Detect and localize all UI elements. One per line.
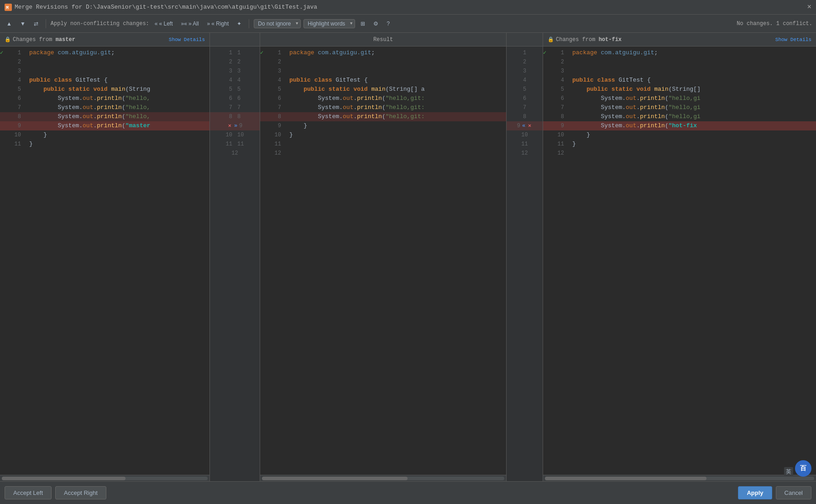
cancel-button[interactable]: Cancel [776,486,811,499]
gutter-num-left-2: 2 [229,57,232,67]
left-panel: 🔒 Changes from master Show Details ✓ 1 p… [0,33,210,481]
center-linenum-1: 1 [267,48,286,57]
left-line-9: 9 System.out.println("master [0,121,209,130]
gutter-num-left-10: 10 [225,130,232,140]
right-gutter-num-7: 7 [523,103,526,112]
left-linecontent-7: System.out.println("hello, [26,103,209,112]
left-linecontent-11: } [26,140,209,149]
highlight-dropdown[interactable]: Highlight words [303,19,355,28]
center-line-5: 5 public static void main(String[] a [260,85,506,94]
ignore-dropdown-wrapper[interactable]: Do not ignore [254,19,301,28]
right-code-lines: ✓ 1 package com.atguigu.git; 2 3 [543,47,816,160]
gutter-num-left-6: 6 [229,94,232,103]
right-gutter-lines: 1 2 3 4 5 6 7 8 9 « ✕ 10 11 12 [507,47,543,160]
baidu-icon-label: 百 [800,464,806,473]
gutter-line-9: ✕ » 9 [210,121,260,130]
accept-right-button[interactable]: Accept Right [55,486,106,499]
right-gutter-num-6: 6 [523,94,526,103]
left-line-7: 7 System.out.println("hello, [0,103,209,112]
right-scrollbar-thumb[interactable] [545,477,706,480]
center-linecontent-4: public class GitTest { [286,76,506,85]
reject-left-button[interactable]: ✕ [227,121,232,130]
right-linenum-1: 1 [550,48,569,57]
right-gutter-num-2: 2 [523,57,526,67]
apply-right-button[interactable]: » « Right [204,20,232,28]
right-gutter-line-7: 7 [507,103,543,112]
right-gutter-line-10: 10 [507,130,543,140]
right-scrollbar-track[interactable] [545,477,814,480]
right-linenum-11: 11 [550,140,569,149]
left-show-details-link[interactable]: Show Details [169,37,205,42]
prev-change-button[interactable]: ▲ [4,20,15,28]
reject-right-button[interactable]: ✕ [527,121,532,130]
apply-left-button[interactable]: « « Left [152,20,176,28]
center-scrollbar-thumb[interactable] [262,477,408,480]
left-line-10: 10 } [0,130,209,140]
help-button[interactable]: ? [384,20,392,28]
left-line-5: 5 public static void main(String [0,85,209,94]
center-code-area: ✓ 1 package com.atguigu.git; 2 3 [260,47,506,475]
gutter-line-7: 7›7 [210,103,260,112]
center-line-9: 9 } [260,121,506,130]
left-scrollbar-track[interactable] [2,477,208,480]
accept-left-button[interactable]: Accept Left [5,486,52,499]
baidu-translate-icon[interactable]: 百 [795,460,811,477]
center-panel: Result ✓ 1 package com.atguigu.git; 2 [260,33,507,481]
highlight-dropdown-wrapper[interactable]: Highlight words [303,19,355,28]
right-show-details-link[interactable]: Show Details [775,37,811,42]
status-text: No changes. 1 conflict. [737,21,812,27]
center-linenum-5: 5 [267,85,286,94]
right-line-10: 10 } [543,130,816,140]
right-scrollbar[interactable] [543,475,816,481]
gutter-line-11: 11›11 [210,140,260,149]
gutter-line-4: 4›4 [210,76,260,85]
main-content: 🔒 Changes from master Show Details ✓ 1 p… [0,33,816,481]
right-linecontent-1: package com.atguigu.git; [569,48,816,57]
gutter-num-left-7: 7 [229,103,232,112]
left-scrollbar[interactable] [0,475,209,481]
right-branch-name: hot-fix [599,36,622,43]
right-gutter-num-12: 12 [521,149,528,158]
close-button[interactable]: × [807,3,811,11]
sync-scroll-button[interactable]: ⇄ [31,20,41,28]
gutter-num-right-4: 4 [237,76,241,85]
center-linecontent-10: } [286,130,506,140]
gutter-num-left-8: 8 [229,112,232,121]
center-scrollbar-track[interactable] [262,477,504,480]
center-linenum-4: 4 [267,76,286,85]
right-line-8: 8 System.out.println("hello,gi [543,112,816,121]
right-gutter-num-10: 10 [521,130,528,140]
bottom-bar: Accept Left Accept Right Apply Cancel [0,481,816,504]
gutter-num-right-11: 11 [237,140,244,149]
gutter-num-right-1: 1 [237,48,241,57]
double-right-icon: » [207,21,210,27]
apply-button[interactable]: Apply [738,486,772,499]
left-line-8: 8 System.out.println("hello, [0,112,209,121]
center-linecontent-5: public static void main(String[] a [286,85,506,94]
gutter-num-right-6: 6 [237,94,241,103]
ignore-dropdown[interactable]: Do not ignore [254,19,301,28]
title-text: Merge Revisions for D:\JavaSenior\git-te… [15,4,317,10]
left-line-6: 6 System.out.println("hello, [0,94,209,103]
left-linecontent-8: System.out.println("hello, [26,112,209,121]
left-scrollbar-thumb[interactable] [2,477,126,480]
right-gutter-line-6: 6 [507,94,543,103]
apply-all-button[interactable]: »« » All [178,20,202,28]
accept-left-arrow[interactable]: » [233,121,238,130]
settings-button[interactable]: ⚙ [371,20,381,28]
right-gutter-header [507,33,543,47]
center-linenum-9: 9 [267,121,286,130]
gutter-num-left-1: 1 [229,48,232,57]
next-change-button[interactable]: ▼ [17,20,28,28]
separator-2 [249,19,249,28]
center-scrollbar[interactable] [260,475,506,481]
accept-right-arrow[interactable]: « [521,121,526,130]
right-linenum-8: 8 [550,112,569,121]
left-linenum-7: 7 [7,103,26,112]
gutter-spacer-5: › [233,85,236,94]
magic-button[interactable]: ✦ [234,20,244,28]
left-linenum-9: 9 [7,121,26,130]
center-linenum-7: 7 [267,103,286,112]
center-line-2: 2 [260,57,506,67]
grid-view-button[interactable]: ⊞ [358,20,368,28]
